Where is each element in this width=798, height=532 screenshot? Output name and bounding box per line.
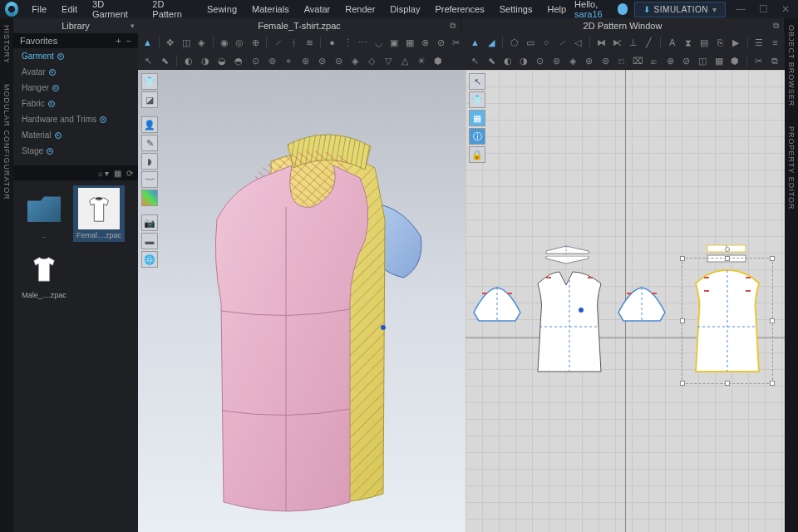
rail-history[interactable]: HISTORY: [0, 18, 13, 71]
tool-c13-icon[interactable]: ⊗: [663, 54, 677, 67]
vt-ground-icon[interactable]: ▬: [141, 233, 158, 249]
tool-gizmo-icon[interactable]: ◈: [195, 36, 208, 49]
tool-b10-icon[interactable]: ⊝: [332, 54, 345, 67]
tool-c12-icon[interactable]: ⎄: [648, 54, 661, 67]
tool-c7-icon[interactable]: ◈: [566, 54, 579, 67]
popout-icon[interactable]: ⧉: [450, 21, 456, 31]
tool-c9-icon[interactable]: ⊜: [598, 54, 612, 67]
tool-b12-icon[interactable]: ◇: [365, 54, 378, 67]
category-material[interactable]: Material×: [13, 127, 138, 143]
thumb-parent-folder[interactable]: ..: [18, 185, 70, 242]
tool-edit-pattern[interactable]: ◢: [485, 36, 497, 49]
rail-modular-configurator[interactable]: MODULAR CONFIGURATOR: [0, 77, 13, 207]
tool-tack-icon[interactable]: ◎: [234, 36, 246, 49]
popout-icon[interactable]: ⧉: [773, 21, 779, 31]
tool-copy-icon[interactable]: ⎘: [714, 36, 727, 49]
app-logo[interactable]: [5, 2, 18, 17]
tool-fold-icon[interactable]: ⟋: [272, 36, 284, 49]
search-box[interactable]: ⌕▾: [98, 169, 109, 178]
tool-graphic-icon[interactable]: ▣: [388, 36, 401, 49]
remove-icon[interactable]: ×: [55, 132, 62, 139]
tool-b6-icon[interactable]: ⊚: [265, 54, 278, 67]
tool-circle-icon[interactable]: ○: [539, 36, 552, 49]
vt2-info-icon[interactable]: ⓘ: [469, 128, 485, 145]
rail-object-browser[interactable]: OBJECT BROWSER: [785, 18, 798, 113]
tool-cursor-icon[interactable]: ⬉: [158, 54, 171, 67]
tool-layer-icon[interactable]: ☰: [753, 36, 766, 49]
menu-avatar[interactable]: Avatar: [298, 2, 337, 17]
tool-video-icon[interactable]: ▶: [730, 36, 742, 49]
tool-c14-icon[interactable]: ⊘: [680, 54, 693, 67]
tool-sewing-icon[interactable]: ⧓: [595, 36, 608, 49]
menu-render[interactable]: Render: [338, 2, 382, 17]
tool-rectangle-icon[interactable]: ▭: [524, 36, 536, 49]
tool-c2-icon[interactable]: ⬉: [485, 54, 499, 67]
tool-c15-icon[interactable]: ◫: [696, 54, 709, 67]
vt2-pattern-icon[interactable]: ▦: [469, 110, 485, 126]
tool-texture-icon[interactable]: ▦: [404, 36, 416, 49]
tool-c17-icon[interactable]: ⬢: [729, 54, 742, 67]
tool-c16-icon[interactable]: ▦: [712, 54, 726, 67]
tool-move-icon[interactable]: ✥: [165, 36, 177, 49]
tool-attach-icon[interactable]: ⊕: [249, 36, 262, 49]
tool-b8-icon[interactable]: ⊛: [298, 54, 312, 67]
tool-seamline-icon[interactable]: ╱: [643, 36, 655, 49]
tool-c18-icon[interactable]: ✂: [752, 54, 766, 67]
tool-button-icon[interactable]: ●: [326, 36, 338, 49]
tool-select-2d[interactable]: ▲: [469, 36, 481, 49]
vt-globe-icon[interactable]: 🌐: [141, 251, 158, 268]
tool-internal-line-icon[interactable]: ⟋: [556, 36, 569, 49]
tool-symm-icon[interactable]: ⧗: [682, 36, 694, 49]
tool-notch-icon[interactable]: ⊥: [627, 36, 639, 49]
tool-c8-icon[interactable]: ⊛: [583, 54, 596, 67]
remove-icon[interactable]: ×: [100, 116, 106, 123]
tool-align-icon[interactable]: ≡: [769, 36, 781, 49]
menu-help[interactable]: Help: [540, 2, 573, 17]
view-grid-icon[interactable]: ▦: [114, 169, 121, 178]
tool-b14-icon[interactable]: △: [398, 54, 411, 67]
window-maximize[interactable]: ☐: [756, 2, 771, 17]
vt-silhouette-icon[interactable]: ◗: [141, 153, 158, 170]
vt-render-style-icon[interactable]: [141, 190, 158, 206]
pattern-sleeve-right[interactable]: [615, 284, 668, 326]
window-minimize[interactable]: —: [732, 2, 749, 17]
rail-property-editor[interactable]: PROPERTY EDITOR: [785, 120, 798, 217]
category-hanger[interactable]: Hanger×: [13, 80, 138, 96]
tool-free-sewing-icon[interactable]: ⧔: [611, 36, 623, 49]
remove-icon[interactable]: ×: [47, 148, 53, 155]
tool-dart-icon[interactable]: ◁: [572, 36, 584, 49]
vt2-lock-icon[interactable]: 🔒: [469, 146, 485, 163]
vt-shirt-icon[interactable]: 👕: [141, 73, 158, 90]
viewport-3d[interactable]: 👕 ◪ 👤 ✎ ◗ 〰 📷 ▬ 🌐: [138, 70, 466, 532]
tool-arrow-icon[interactable]: ↖: [141, 54, 155, 67]
window-close[interactable]: ✕: [778, 2, 793, 17]
vt-tape-icon[interactable]: 〰: [141, 171, 158, 188]
tool-seam-icon[interactable]: ◡: [372, 36, 385, 49]
tool-c10-icon[interactable]: ⏍: [615, 54, 628, 67]
tool-b13-icon[interactable]: ▽: [382, 54, 395, 67]
menu-sewing[interactable]: Sewing: [200, 2, 244, 17]
vt-pen-icon[interactable]: ✎: [141, 135, 158, 151]
thumb-male-tshirt[interactable]: Male_....zpac: [18, 245, 70, 302]
simulation-button[interactable]: ⬇ SIMULATION ▾: [634, 2, 726, 17]
menu-edit[interactable]: Edit: [55, 2, 84, 17]
tool-c6-icon[interactable]: ⊚: [550, 54, 564, 67]
tool-topstitch-icon[interactable]: ⋯: [357, 36, 370, 49]
tool-c19-icon[interactable]: ⧉: [769, 54, 782, 67]
tab-2d-pattern[interactable]: 2D Pattern Window ⧉: [461, 18, 785, 33]
category-avatar[interactable]: Avatar×: [13, 64, 138, 80]
tool-b9-icon[interactable]: ⊜: [315, 54, 328, 67]
vt-toggle-icon[interactable]: ◪: [141, 91, 158, 108]
pattern-body-front[interactable]: [528, 265, 611, 377]
tool-b15-icon[interactable]: ☀: [415, 54, 428, 67]
tool-b5-icon[interactable]: ⊙: [249, 54, 262, 67]
tool-measure-icon[interactable]: ⟊: [288, 36, 300, 49]
menu-file[interactable]: File: [25, 2, 53, 17]
vt-avatar-icon[interactable]: 👤: [141, 116, 158, 133]
tool-pin-icon[interactable]: ◉: [218, 36, 230, 49]
category-stage[interactable]: Stage×: [13, 143, 138, 159]
viewport-2d[interactable]: ↖ 👕 ▦ ⓘ 🔒: [466, 70, 785, 532]
tool-b7-icon[interactable]: ⌖: [282, 54, 295, 67]
add-favorite-icon[interactable]: +: [116, 36, 121, 46]
remove-icon[interactable]: ×: [48, 101, 55, 107]
